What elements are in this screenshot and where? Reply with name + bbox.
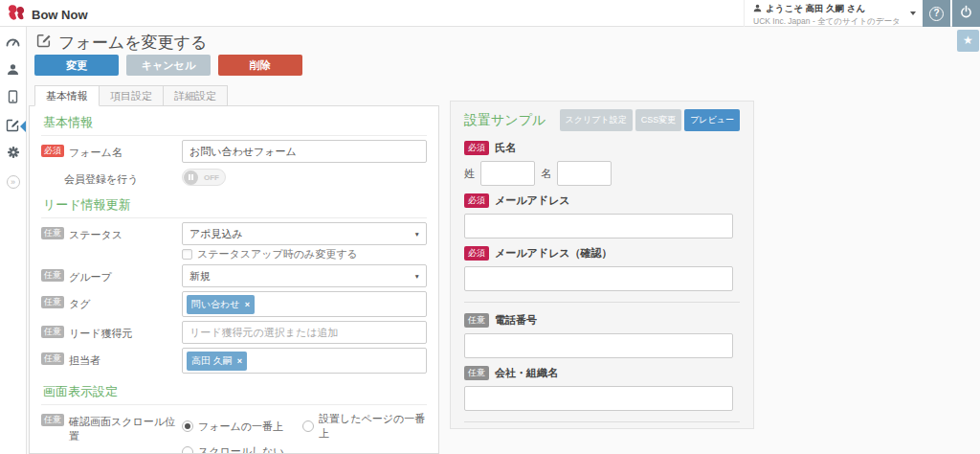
member-registration-row: 会員登録を行う OFF bbox=[41, 167, 427, 187]
email-confirm-field-label: メールアドレス（確認） bbox=[495, 246, 612, 261]
preview-button[interactable]: プレビュー bbox=[684, 109, 740, 131]
optional-badge: 任意 bbox=[41, 269, 64, 282]
tag-input-box[interactable]: 問い合わせ × bbox=[182, 291, 427, 317]
section-basic-info: 基本情報 bbox=[41, 108, 427, 136]
person-icon bbox=[7, 62, 19, 79]
sample-phone-field: 任意 電話番号 bbox=[464, 313, 740, 358]
delete-button[interactable]: 削除 bbox=[218, 55, 302, 76]
user-org-text: UCK Inc. Japan - 全てのサイトのデータ bbox=[753, 16, 905, 28]
user-welcome-text: ようこそ 高田 久嗣 さん bbox=[766, 3, 865, 15]
name-field-label: 氏名 bbox=[495, 141, 516, 155]
dashboard-gauge-icon bbox=[6, 34, 20, 53]
section-display-settings: 画面表示設定 bbox=[41, 377, 427, 405]
tab-bar: 基本情報 項目設定 詳細設定 bbox=[34, 85, 227, 106]
last-name-label: 姓 bbox=[464, 167, 475, 181]
status-select[interactable]: アポ見込み ▼ bbox=[182, 222, 427, 245]
status-up-checkline: ステータスアップ時のみ変更する bbox=[182, 248, 427, 261]
caret-down-icon: ▼ bbox=[414, 223, 420, 246]
optional-badge: 任意 bbox=[41, 326, 64, 338]
sidebar-item-dashboard[interactable] bbox=[0, 30, 26, 57]
status-up-checkbox[interactable] bbox=[182, 249, 192, 260]
radio-no-scroll[interactable]: スクロールしない bbox=[182, 444, 302, 454]
tab-item-settings[interactable]: 項目設定 bbox=[99, 85, 164, 106]
cancel-button[interactable]: キャンセル bbox=[126, 55, 211, 76]
radio-icon[interactable] bbox=[182, 446, 193, 454]
gear-icon bbox=[7, 146, 20, 163]
close-icon[interactable]: × bbox=[245, 301, 250, 309]
sidebar-item-forms[interactable] bbox=[0, 113, 26, 140]
tag-chip-text: 問い合わせ bbox=[191, 298, 240, 311]
sidebar-item-sites[interactable] bbox=[0, 85, 26, 112]
script-settings-button[interactable]: スクリプト設定 bbox=[560, 109, 633, 131]
radio-icon[interactable] bbox=[302, 420, 314, 432]
owner-chip-text: 高田 久嗣 bbox=[191, 354, 233, 368]
topbar: Bow Now ようこそ 高田 久嗣 さん UCK Inc. Japan - 全… bbox=[0, 0, 980, 27]
sample-company-field: 任意 会社・組織名 bbox=[464, 366, 740, 411]
user-menu[interactable]: ようこそ 高田 久嗣 さん UCK Inc. Japan - 全てのサイトのデー… bbox=[744, 0, 921, 27]
phone-input[interactable] bbox=[464, 333, 733, 358]
email-confirm-input[interactable] bbox=[464, 266, 733, 291]
help-button[interactable]: ? bbox=[923, 0, 950, 27]
owner-chip: 高田 久嗣 × bbox=[187, 352, 247, 371]
page-title: フォームを変更する bbox=[36, 32, 207, 54]
owner-row: 任意 担当者 高田 久嗣 × bbox=[41, 348, 427, 374]
first-name-input[interactable] bbox=[557, 161, 612, 186]
tablet-icon bbox=[7, 90, 19, 107]
favorite-button[interactable]: ★ bbox=[957, 30, 979, 52]
group-row: 任意 グループ 新規 ▼ bbox=[41, 264, 427, 287]
sidebar-item-settings[interactable] bbox=[0, 141, 26, 168]
tab-advanced-settings[interactable]: 詳細設定 bbox=[163, 85, 228, 106]
tag-label: タグ bbox=[69, 296, 91, 311]
required-badge: 必須 bbox=[464, 193, 489, 208]
update-button[interactable]: 変更 bbox=[34, 55, 119, 76]
radio-selected-icon[interactable] bbox=[182, 420, 193, 432]
chevron-double-right-icon: » bbox=[7, 175, 20, 189]
first-name-label: 名 bbox=[541, 167, 551, 181]
form-name-row: 必須 フォーム名 bbox=[41, 140, 427, 163]
status-up-checkbox-label: ステータスアップ時のみ変更する bbox=[197, 247, 358, 261]
sidebar-collapse-button[interactable]: » bbox=[0, 169, 26, 195]
sidebar-item-leads[interactable] bbox=[0, 57, 26, 84]
owner-input-box[interactable]: 高田 久嗣 × bbox=[182, 348, 427, 374]
optional-badge: 任意 bbox=[41, 227, 64, 239]
tag-row: 任意 タグ 問い合わせ × bbox=[41, 291, 427, 317]
question-icon: ? bbox=[929, 7, 944, 21]
group-select[interactable]: 新規 ▼ bbox=[182, 264, 427, 287]
tab-basic-info[interactable]: 基本情報 bbox=[34, 85, 100, 106]
edit-square-icon bbox=[36, 33, 52, 53]
last-name-input[interactable] bbox=[480, 161, 535, 186]
lead-source-label: リード獲得元 bbox=[69, 326, 133, 341]
member-registration-toggle[interactable]: OFF bbox=[182, 169, 226, 186]
sample-name-field: 必須 氏名 姓 名 bbox=[464, 141, 740, 186]
css-change-button[interactable]: CSS変更 bbox=[635, 109, 682, 131]
optional-badge: 任意 bbox=[41, 296, 64, 308]
phone-field-label: 電話番号 bbox=[495, 313, 537, 328]
tag-chip: 問い合わせ × bbox=[187, 295, 255, 314]
group-select-value: 新規 bbox=[189, 270, 211, 282]
divider bbox=[464, 302, 740, 303]
radio-page-top[interactable]: 設置したページの一番上 bbox=[302, 412, 427, 441]
bownow-logo-icon bbox=[7, 4, 27, 25]
company-input[interactable] bbox=[464, 386, 733, 411]
status-select-value: アポ見込み bbox=[189, 228, 243, 239]
sample-panel: 設置サンプル スクリプト設定 CSS変更 プレビュー 必須 氏名 姓 名 必須 … bbox=[450, 101, 754, 429]
brand-text: Bow Now bbox=[32, 8, 88, 22]
required-badge: 必須 bbox=[464, 141, 489, 155]
close-icon[interactable]: × bbox=[237, 357, 242, 366]
member-registration-label: 会員登録を行う bbox=[64, 171, 139, 187]
divider bbox=[464, 421, 740, 422]
optional-badge: 任意 bbox=[41, 414, 64, 426]
lead-source-input[interactable] bbox=[182, 321, 427, 344]
email-field-label: メールアドレス bbox=[495, 193, 570, 208]
scroll-position-row: 任意 確認画面スクロール位置 フォームの一番上 設置したページの一番上 スクロー… bbox=[41, 409, 427, 454]
radio-form-top[interactable]: フォームの一番上 bbox=[182, 412, 302, 441]
form-settings-card: 基本情報 必須 フォーム名 会員登録を行う OFF リード情報更新 任意 ステー… bbox=[29, 105, 439, 454]
email-input[interactable] bbox=[464, 214, 733, 238]
group-label: グループ bbox=[69, 269, 112, 284]
form-name-input[interactable] bbox=[182, 140, 427, 163]
logout-button[interactable] bbox=[952, 0, 980, 27]
user-icon bbox=[753, 4, 762, 14]
bownow-logo[interactable]: Bow Now bbox=[7, 4, 88, 25]
required-badge: 必須 bbox=[464, 246, 489, 261]
caret-down-icon: ▼ bbox=[414, 265, 420, 288]
